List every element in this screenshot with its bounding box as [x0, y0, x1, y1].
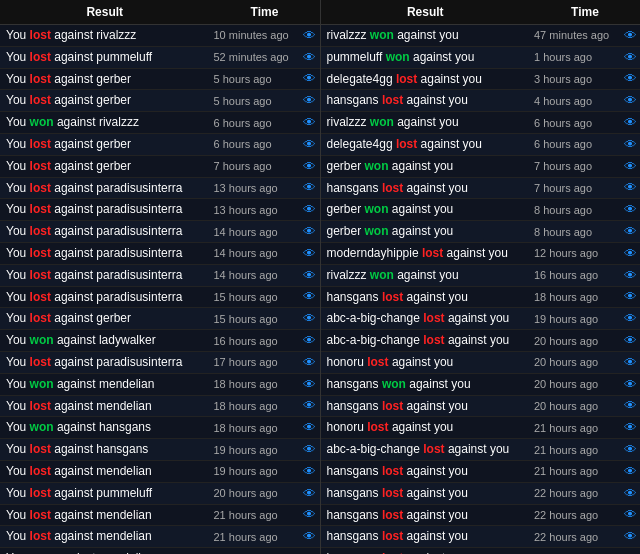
eye-cell[interactable]: 👁 [300, 137, 320, 152]
eye-cell[interactable]: 👁 [620, 115, 640, 130]
eye-cell[interactable]: 👁 [300, 377, 320, 392]
eye-cell[interactable]: 👁 [620, 28, 640, 43]
eye-cell[interactable]: 👁 [620, 333, 640, 348]
eye-cell[interactable]: 👁 [300, 246, 320, 261]
eye-cell[interactable]: 👁 [300, 420, 320, 435]
eye-icon[interactable]: 👁 [624, 377, 637, 392]
eye-cell[interactable]: 👁 [300, 529, 320, 544]
eye-cell[interactable]: 👁 [300, 93, 320, 108]
eye-cell[interactable]: 👁 [620, 442, 640, 457]
eye-cell[interactable]: 👁 [620, 246, 640, 261]
eye-cell[interactable]: 👁 [620, 180, 640, 195]
eye-icon[interactable]: 👁 [303, 464, 316, 479]
eye-icon[interactable]: 👁 [624, 246, 637, 261]
result-you: You [6, 224, 30, 238]
eye-cell[interactable]: 👁 [620, 159, 640, 174]
eye-icon[interactable]: 👁 [624, 420, 637, 435]
eye-icon[interactable]: 👁 [624, 355, 637, 370]
eye-cell[interactable]: 👁 [300, 28, 320, 43]
eye-icon[interactable]: 👁 [303, 486, 316, 501]
eye-icon[interactable]: 👁 [303, 442, 316, 457]
eye-icon[interactable]: 👁 [303, 159, 316, 174]
eye-cell[interactable]: 👁 [300, 398, 320, 413]
eye-icon[interactable]: 👁 [624, 289, 637, 304]
eye-cell[interactable]: 👁 [300, 71, 320, 86]
result-you: against you [389, 202, 454, 216]
eye-icon[interactable]: 👁 [303, 224, 316, 239]
eye-icon[interactable]: 👁 [303, 268, 316, 283]
eye-icon[interactable]: 👁 [303, 115, 316, 130]
eye-cell[interactable]: 👁 [620, 420, 640, 435]
eye-icon[interactable]: 👁 [303, 246, 316, 261]
eye-cell[interactable]: 👁 [300, 224, 320, 239]
eye-icon[interactable]: 👁 [624, 398, 637, 413]
eye-icon[interactable]: 👁 [624, 464, 637, 479]
eye-cell[interactable]: 👁 [620, 93, 640, 108]
eye-cell[interactable]: 👁 [300, 311, 320, 326]
eye-icon[interactable]: 👁 [624, 71, 637, 86]
eye-cell[interactable]: 👁 [300, 115, 320, 130]
eye-icon[interactable]: 👁 [624, 311, 637, 326]
eye-cell[interactable]: 👁 [620, 355, 640, 370]
eye-cell[interactable]: 👁 [300, 180, 320, 195]
eye-icon[interactable]: 👁 [303, 529, 316, 544]
eye-icon[interactable]: 👁 [303, 180, 316, 195]
eye-icon[interactable]: 👁 [624, 529, 637, 544]
eye-icon[interactable]: 👁 [624, 50, 637, 65]
eye-cell[interactable]: 👁 [620, 507, 640, 522]
eye-icon[interactable]: 👁 [303, 420, 316, 435]
eye-cell[interactable]: 👁 [300, 159, 320, 174]
eye-icon[interactable]: 👁 [624, 115, 637, 130]
eye-cell[interactable]: 👁 [620, 486, 640, 501]
eye-icon[interactable]: 👁 [624, 268, 637, 283]
eye-cell[interactable]: 👁 [620, 268, 640, 283]
eye-cell[interactable]: 👁 [300, 333, 320, 348]
eye-cell[interactable]: 👁 [300, 289, 320, 304]
eye-cell[interactable]: 👁 [300, 507, 320, 522]
eye-icon[interactable]: 👁 [303, 289, 316, 304]
eye-icon[interactable]: 👁 [303, 377, 316, 392]
eye-cell[interactable]: 👁 [620, 464, 640, 479]
eye-icon[interactable]: 👁 [303, 71, 316, 86]
eye-icon[interactable]: 👁 [303, 507, 316, 522]
eye-icon[interactable]: 👁 [624, 202, 637, 217]
eye-icon[interactable]: 👁 [624, 507, 637, 522]
eye-icon[interactable]: 👁 [624, 28, 637, 43]
eye-icon[interactable]: 👁 [303, 28, 316, 43]
eye-cell[interactable]: 👁 [620, 289, 640, 304]
eye-icon[interactable]: 👁 [303, 355, 316, 370]
eye-icon[interactable]: 👁 [624, 333, 637, 348]
eye-cell[interactable]: 👁 [620, 377, 640, 392]
eye-cell[interactable]: 👁 [300, 442, 320, 457]
eye-cell[interactable]: 👁 [620, 398, 640, 413]
eye-cell[interactable]: 👁 [620, 311, 640, 326]
eye-icon[interactable]: 👁 [624, 93, 637, 108]
eye-icon[interactable]: 👁 [624, 442, 637, 457]
eye-cell[interactable]: 👁 [300, 50, 320, 65]
eye-cell[interactable]: 👁 [620, 202, 640, 217]
eye-icon[interactable]: 👁 [303, 50, 316, 65]
eye-cell[interactable]: 👁 [300, 202, 320, 217]
eye-icon[interactable]: 👁 [624, 224, 637, 239]
eye-icon[interactable]: 👁 [624, 180, 637, 195]
eye-cell[interactable]: 👁 [300, 486, 320, 501]
eye-icon[interactable]: 👁 [624, 486, 637, 501]
eye-icon[interactable]: 👁 [303, 202, 316, 217]
eye-icon[interactable]: 👁 [303, 93, 316, 108]
eye-cell[interactable]: 👁 [620, 137, 640, 152]
eye-cell[interactable]: 👁 [620, 50, 640, 65]
eye-icon[interactable]: 👁 [303, 311, 316, 326]
time-cell: 7 hours ago [210, 158, 300, 174]
eye-icon[interactable]: 👁 [303, 333, 316, 348]
eye-cell[interactable]: 👁 [300, 464, 320, 479]
eye-cell[interactable]: 👁 [620, 529, 640, 544]
eye-cell[interactable]: 👁 [620, 224, 640, 239]
eye-cell[interactable]: 👁 [620, 71, 640, 86]
eye-cell[interactable]: 👁 [300, 268, 320, 283]
eye-icon[interactable]: 👁 [624, 159, 637, 174]
result-you: You [6, 181, 30, 195]
eye-icon[interactable]: 👁 [303, 398, 316, 413]
eye-icon[interactable]: 👁 [303, 137, 316, 152]
eye-cell[interactable]: 👁 [300, 355, 320, 370]
eye-icon[interactable]: 👁 [624, 137, 637, 152]
